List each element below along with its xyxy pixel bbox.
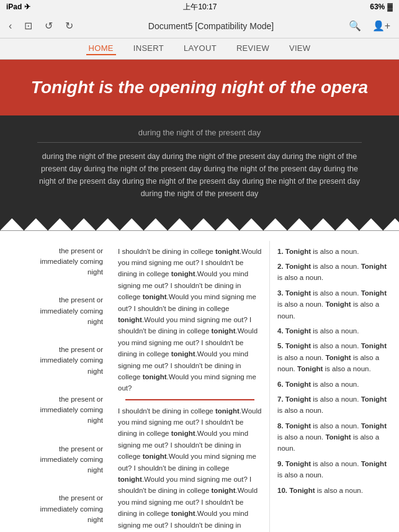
menu-review[interactable]: REVIEW: [234, 42, 272, 55]
right-item-4: 4. Tonight is also a noun.: [277, 325, 389, 336]
right-bold-1: Tonight: [285, 248, 311, 255]
back-button[interactable]: ‹: [5, 18, 16, 34]
hero-title: Tonight is the opening night of the oper…: [25, 77, 374, 98]
right-bold-2a: Tonight: [285, 263, 311, 270]
right-bold-10: Tonight: [289, 487, 315, 494]
left-entry-4: the present orimmediately comingnight: [10, 394, 103, 426]
menu-view[interactable]: VIEW: [287, 42, 313, 55]
right-bold-3a: Tonight: [285, 289, 311, 297]
right-item-1: 1. Tonight is also a noun.: [277, 246, 389, 257]
right-text-1: is also a noun.: [313, 248, 359, 255]
right-text-7a: is also a noun.: [313, 395, 359, 403]
right-item-5: 5. Tonight is also a noun. Tonight is al…: [277, 340, 389, 374]
right-item-num-5: 5.: [277, 342, 284, 349]
middle-text-1: I shouldn't be dining in college tonight…: [118, 248, 261, 392]
right-bold-5a: Tonight: [285, 342, 311, 349]
right-text-2a: is also a noun.: [313, 263, 359, 270]
right-item-6: 6. Tonight is also a noun.: [277, 379, 389, 390]
dark-subtitle: during the night of the present day: [37, 128, 362, 143]
profile-button[interactable]: 👤+: [369, 17, 394, 34]
search-button[interactable]: 🔍: [345, 17, 365, 34]
zigzag-separator: [0, 219, 399, 231]
right-text-8a: is also a noun.: [313, 422, 359, 430]
status-right: 63% ▓: [370, 2, 393, 11]
left-entry-6: the present orimmediately comingnight: [10, 493, 103, 525]
left-text-6: the present orimmediately comingnight: [40, 494, 103, 523]
undo-button[interactable]: ↺: [41, 17, 56, 34]
document-area: Tonight is the opening night of the oper…: [0, 60, 399, 532]
right-bold-8c: Tonight: [325, 433, 351, 441]
right-item-9: 9. Tonight is also a noun. Tonight is al…: [277, 458, 389, 481]
status-left: iPad ✈: [6, 2, 30, 11]
middle-block-1: I shouldn't be dining in college tonight…: [118, 246, 262, 394]
left-text-1: the present orimmediately comingnight: [40, 247, 103, 276]
status-time: 上午10:17: [183, 2, 217, 12]
three-column-layout: the present orimmediately comingnight th…: [0, 241, 399, 532]
right-item-num-8: 8.: [277, 422, 284, 430]
right-item-10: 10. Tonight is also a noun.: [277, 485, 389, 496]
right-text-3b: is also a noun.: [277, 300, 323, 308]
right-text-6: is also a noun.: [313, 381, 359, 388]
middle-block-2: I shouldn't be dining in college tonight…: [118, 405, 262, 532]
right-text-5d: is also a noun.: [325, 365, 370, 372]
right-column: 1. Tonight is also a noun. 2. Tonight is…: [270, 241, 394, 532]
document-title: Document5 [Compatibility Mode]: [82, 21, 339, 31]
left-column: the present orimmediately comingnight th…: [5, 241, 110, 532]
menu-bar: HOME INSERT LAYOUT REVIEW VIEW: [0, 38, 399, 60]
left-text-4: the present orimmediately comingnight: [40, 395, 103, 425]
right-text-9b: is also a noun.: [277, 471, 323, 479]
right-bold-2b: Tonight: [361, 263, 387, 270]
right-item-num-3: 3.: [277, 289, 284, 297]
battery-level: 63%: [370, 2, 385, 11]
right-text-4: is also a noun.: [313, 327, 359, 335]
right-item-num-6: 6.: [277, 381, 284, 388]
toolbar-actions: 🔍 👤+: [345, 17, 394, 34]
right-item-2: 2. Tonight is also a noun. Tonight is al…: [277, 261, 389, 284]
redo-button[interactable]: ↻: [61, 17, 77, 34]
right-text-2b: is also a noun.: [277, 274, 323, 281]
left-entry-5: the present orimmediately comingnight: [10, 444, 103, 476]
left-entry-1: the present orimmediately comingnight: [10, 246, 103, 278]
dark-section: during the night of the present day duri…: [0, 115, 399, 219]
right-item-num-10: 10.: [277, 487, 287, 494]
content-area: the present orimmediately comingnight th…: [0, 231, 399, 532]
menu-home[interactable]: HOME: [86, 42, 116, 55]
battery-icon: ▓: [387, 2, 393, 11]
right-bold-7b: Tonight: [361, 395, 387, 403]
right-item-num-2: 2.: [277, 263, 284, 270]
right-item-num-4: 4.: [277, 327, 284, 335]
left-text-5: the present orimmediately comingnight: [40, 445, 103, 474]
right-bold-3b: Tonight: [361, 289, 387, 297]
menu-layout[interactable]: LAYOUT: [181, 42, 219, 55]
right-text-10: is also a noun.: [317, 487, 363, 494]
right-bold-6: Tonight: [285, 381, 311, 388]
right-bold-3c: Tonight: [325, 300, 351, 308]
right-item-num-1: 1.: [277, 248, 284, 255]
left-entry-2: the present orimmediately comingnight: [10, 295, 103, 327]
right-bold-4: Tonight: [285, 327, 311, 335]
right-bold-7a: Tonight: [285, 395, 311, 403]
right-bold-5b: Tonight: [361, 342, 387, 349]
middle-divider: [125, 399, 254, 400]
left-text-2: the present orimmediately comingnight: [40, 296, 103, 325]
menu-insert[interactable]: INSERT: [131, 42, 166, 55]
left-entry-3: the present orimmediately comingnight: [10, 345, 103, 377]
right-bold-5c: Tonight: [325, 354, 351, 361]
right-item-7: 7. Tonight is also a noun. Tonight is al…: [277, 394, 389, 417]
toolbar: ‹ ⊡ ↺ ↻ Document5 [Compatibility Mode] 🔍…: [0, 14, 399, 38]
middle-text-2: I shouldn't be dining in college tonight…: [118, 407, 261, 532]
right-text-5a: is also a noun.: [313, 342, 359, 349]
right-text-7b: is also a noun.: [277, 407, 323, 414]
middle-column: I shouldn't be dining in college tonight…: [110, 241, 270, 532]
doc-icon-button[interactable]: ⊡: [20, 17, 36, 34]
right-item-3: 3. Tonight is also a noun. Tonight is al…: [277, 287, 389, 322]
dark-body-text: during the night of the present day duri…: [37, 150, 362, 200]
right-item-num-9: 9.: [277, 460, 284, 467]
device-name: iPad ✈: [6, 2, 30, 11]
right-item-8: 8. Tonight is also a noun. Tonight is al…: [277, 420, 389, 454]
right-bold-8b: Tonight: [361, 422, 387, 430]
right-text-9a: is also a noun.: [313, 460, 359, 467]
right-text-5b: is also a noun.: [277, 354, 323, 361]
right-bold-5d: Tonight: [297, 365, 323, 372]
right-bold-9a: Tonight: [285, 460, 311, 467]
